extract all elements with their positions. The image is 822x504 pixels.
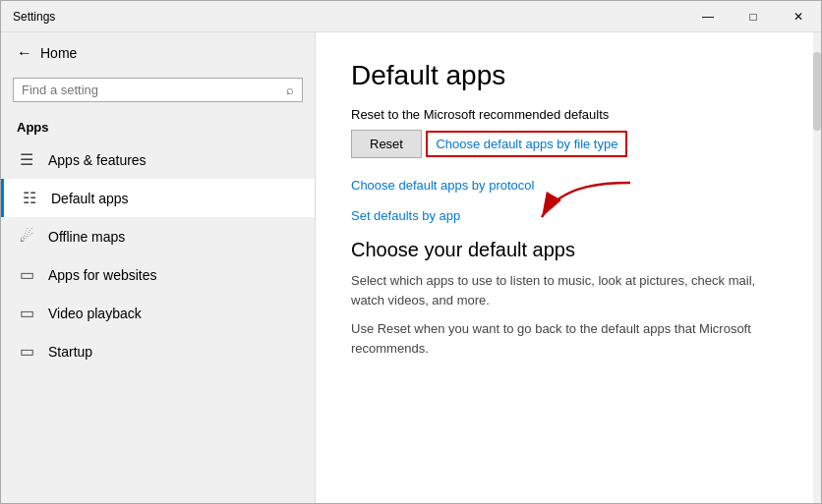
section-desc-2: Use Reset when you want to go back to th… xyxy=(351,319,778,358)
section-desc-1: Select which apps to use to listen to mu… xyxy=(351,271,778,309)
sidebar-section-label: Apps xyxy=(1,114,315,140)
search-icon: ⌕ xyxy=(286,83,294,97)
apps-features-label: Apps & features xyxy=(48,152,147,168)
default-apps-label: Default apps xyxy=(51,191,129,206)
startup-label: Startup xyxy=(48,344,92,360)
default-apps-icon: ☷ xyxy=(20,189,39,207)
titlebar-left: Settings xyxy=(13,10,55,24)
sidebar-item-default-apps[interactable]: ☷ Default apps xyxy=(1,179,315,217)
link-set-defaults-by-app[interactable]: Set defaults by app xyxy=(351,208,778,223)
main-content: Default apps Reset to the Microsoft reco… xyxy=(316,32,813,503)
titlebar-controls: — □ ✕ xyxy=(685,1,821,32)
page-title: Default apps xyxy=(351,60,778,91)
sidebar: ← Home ⌕ Apps ☰ Apps & features ☷ Defaul… xyxy=(1,32,316,503)
settings-window: Settings — □ ✕ ← Home ⌕ Apps ☰ Apps & fe… xyxy=(0,0,822,504)
link-protocol[interactable]: Choose default apps by protocol xyxy=(351,178,778,193)
video-playback-icon: ▭ xyxy=(17,304,36,322)
scrollbar-thumb[interactable] xyxy=(813,52,821,131)
back-button[interactable]: ← Home xyxy=(1,32,315,74)
apps-features-icon: ☰ xyxy=(17,150,36,169)
home-label: Home xyxy=(40,45,77,61)
content-area: ← Home ⌕ Apps ☰ Apps & features ☷ Defaul… xyxy=(1,32,821,503)
reset-button[interactable]: Reset xyxy=(351,130,422,158)
minimize-button[interactable]: — xyxy=(685,1,731,32)
close-button[interactable]: ✕ xyxy=(776,1,821,32)
video-playback-label: Video playback xyxy=(48,306,142,321)
apps-for-websites-icon: ▭ xyxy=(17,265,36,284)
offline-maps-icon: ☄ xyxy=(17,227,36,246)
sidebar-item-video-playback[interactable]: ▭ Video playback xyxy=(1,294,315,332)
sidebar-item-offline-maps[interactable]: ☄ Offline maps xyxy=(1,217,315,255)
sidebar-item-apps-features[interactable]: ☰ Apps & features xyxy=(1,140,315,179)
maximize-button[interactable]: □ xyxy=(731,1,776,32)
offline-maps-label: Offline maps xyxy=(48,229,125,245)
search-input[interactable] xyxy=(22,83,286,97)
sidebar-item-startup[interactable]: ▭ Startup xyxy=(1,332,315,370)
back-arrow-icon: ← xyxy=(17,44,32,62)
apps-for-websites-label: Apps for websites xyxy=(48,267,157,283)
window-title: Settings xyxy=(13,10,55,24)
scrollbar[interactable] xyxy=(813,32,821,503)
startup-icon: ▭ xyxy=(17,342,36,361)
titlebar: Settings — □ ✕ xyxy=(1,1,821,32)
search-box[interactable]: ⌕ xyxy=(13,78,303,102)
reset-label: Reset to the Microsoft recommended defau… xyxy=(351,107,778,122)
section-title: Choose your default apps xyxy=(351,239,778,261)
sidebar-item-apps-for-websites[interactable]: ▭ Apps for websites xyxy=(1,255,315,294)
link-file-type[interactable]: Choose default apps by file type xyxy=(426,131,627,157)
